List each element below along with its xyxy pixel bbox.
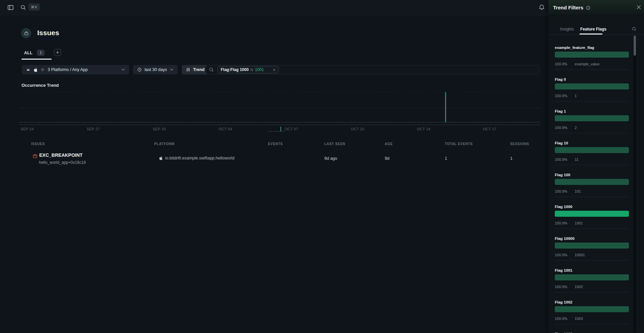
flag-value: 1003	[575, 317, 583, 321]
x-axis-tick-label: SEP 27	[87, 127, 100, 131]
flag-distribution-bar[interactable]	[555, 115, 629, 121]
feature-flag-item[interactable]: Flag 1002 100.0% 1003	[555, 300, 629, 332]
platform-cell: io.bitdrift.example.swiftapp.helloworld	[159, 156, 234, 160]
flag-name: Flag 1001	[555, 268, 629, 273]
feature-flag-item[interactable]: Flag 100 100.0% 101	[555, 173, 629, 205]
android-icon	[26, 67, 31, 72]
platform-filter-dropdown[interactable]: 3 Platforms / Any App	[22, 65, 129, 74]
flag-distribution-bar[interactable]	[555, 179, 629, 185]
col-age[interactable]: AGE	[385, 142, 393, 146]
apple-icon	[33, 67, 38, 72]
notifications-bell-icon[interactable]	[538, 4, 545, 10]
flag-distribution-bar[interactable]	[555, 83, 629, 89]
search-shortcut-badge[interactable]: ⌘K	[29, 3, 40, 11]
close-icon[interactable]	[636, 5, 641, 10]
x-axis-tick-label: SEP 24	[20, 127, 34, 131]
flag-name: example_feature_flag	[555, 46, 629, 50]
active-tab-underline	[21, 59, 52, 60]
col-issues[interactable]: ISSUES	[31, 142, 45, 146]
col-total-events[interactable]: TOTAL EVENTS	[445, 142, 473, 146]
flag-name: Flag 10000	[555, 237, 629, 241]
feature-flag-item[interactable]: Flag 1001 100.0% 1002	[555, 268, 629, 300]
flag-name: Flag 0	[555, 77, 629, 82]
date-range-dropdown[interactable]: last 30 days	[133, 65, 178, 74]
feature-flag-item[interactable]: Flag 0 100.0% 1	[555, 77, 629, 109]
flag-name: Flag 10	[555, 141, 629, 145]
panel-header: Trend Filters	[548, 0, 644, 15]
add-view-button[interactable]	[54, 49, 61, 56]
flag-distribution-bar[interactable]	[555, 52, 629, 58]
flag-value: 1002	[575, 285, 583, 289]
flag-distribution-bar[interactable]	[555, 147, 629, 153]
chart-gridline	[19, 92, 541, 92]
panel-search-icon[interactable]	[632, 26, 637, 31]
flag-value: 11	[575, 157, 578, 162]
total-events-cell: 1	[445, 156, 447, 161]
sparkline-event-bar	[280, 127, 281, 132]
flag-divider	[555, 292, 629, 292]
exception-icon	[32, 153, 38, 159]
col-events[interactable]: EVENTS	[268, 142, 283, 146]
chart-event-spike[interactable]	[445, 92, 446, 122]
issue-search-input[interactable]: Flag:Flag 1000 is 1001 ×	[205, 65, 539, 74]
chip-value: 1001	[255, 67, 264, 72]
sidebar-toggle-icon[interactable]	[7, 4, 14, 11]
flag-distribution-bar[interactable]	[555, 243, 629, 249]
trend-filters-panel: Trend Filters Insights Feature Flags exa…	[548, 0, 644, 333]
chevron-down-icon	[121, 68, 125, 72]
tab-insights[interactable]: Insights	[560, 27, 574, 31]
feature-flag-item[interactable]: Flag 10000 100.0% 10001	[555, 237, 629, 268]
filter-chip-flag-1000[interactable]: Flag:Flag 1000 is 1001 ×	[217, 66, 279, 73]
flag-distribution-bar[interactable]	[555, 211, 629, 217]
info-icon[interactable]	[586, 6, 590, 10]
flag-name: Flag 1000	[555, 205, 629, 209]
panel-scrollbar-track[interactable]	[633, 35, 636, 333]
flag-distribution-bar[interactable]	[555, 306, 629, 312]
flag-divider	[555, 228, 629, 229]
chip-remove-icon[interactable]: ×	[273, 67, 276, 72]
flag-distribution-bar[interactable]	[555, 274, 629, 280]
page-title: Issues	[37, 29, 59, 37]
chart-baseline	[19, 125, 541, 125]
x-axis-tick-label: OCT 10	[351, 127, 365, 131]
global-search-icon[interactable]	[20, 4, 26, 10]
feature-flag-item[interactable]: Flag 10 100.0% 11	[555, 141, 629, 173]
last-seen-cell: 9d ago	[324, 156, 337, 161]
tab-feature-flags[interactable]: Feature Flags	[580, 27, 606, 31]
panel-scrollbar-thumb[interactable]	[634, 36, 636, 56]
feature-flag-list: example_feature_flag 100.0% example_valu…	[548, 37, 637, 333]
feature-flag-item[interactable]: example_feature_flag 100.0% example_valu…	[555, 46, 629, 77]
issue-title[interactable]: EXC_BREAKPOINT	[39, 152, 83, 158]
x-axis-tick-label: OCT 04	[219, 127, 232, 131]
chip-operator: is	[250, 67, 253, 72]
age-cell: 9d	[385, 156, 389, 161]
flag-value: example_value	[575, 62, 599, 66]
flag-percentage: 100.0%	[555, 253, 567, 257]
flag-name: Flag 100	[555, 173, 629, 177]
clock-icon	[137, 67, 142, 72]
flag-name: Flag 1002	[555, 300, 629, 305]
flag-percentage: 100.0%	[555, 62, 567, 66]
col-platform[interactable]: PLATFORM	[154, 142, 174, 146]
chart-title: Occurrence Trend	[21, 83, 59, 88]
flag-percentage: 100.0%	[555, 94, 567, 98]
chart-gridline	[19, 108, 541, 108]
tab-all-label: ALL	[24, 51, 33, 55]
flag-divider	[555, 260, 629, 261]
x-axis-tick-label: OCT 14	[417, 127, 431, 131]
chart-gridline	[19, 122, 541, 123]
col-last-seen[interactable]: LAST SEEN	[324, 142, 345, 146]
sparkline-baseline	[268, 131, 284, 132]
flag-divider	[555, 324, 629, 324]
apple-icon	[159, 156, 163, 160]
feature-flag-item[interactable]: Flag 1000 100.0% 1001	[555, 205, 629, 237]
filter-bar: 3 Platforms / Any App last 30 days Trend…	[22, 65, 222, 74]
feature-flag-item[interactable]: Flag 1 100.0% 2	[555, 109, 629, 141]
tab-all[interactable]: ALL 1	[24, 50, 45, 56]
tab-all-count-badge: 1	[37, 50, 45, 56]
x-axis-tick-label: SEP 30	[153, 127, 166, 131]
col-sessions[interactable]: SESSIONS	[510, 142, 529, 146]
flag-divider	[555, 69, 629, 70]
flag-divider	[555, 101, 629, 102]
flag-value: 101	[575, 189, 581, 194]
